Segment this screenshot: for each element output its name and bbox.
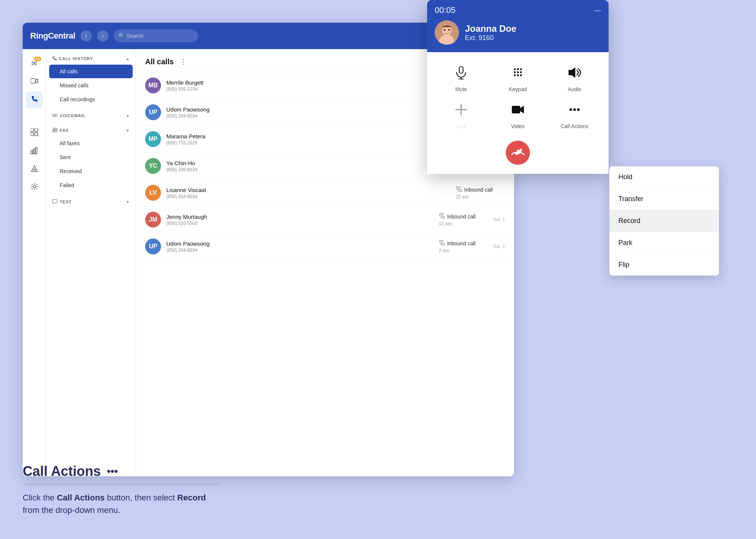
table-row[interactable]: UP Udom Paowsong (650) 204-8034 Inbound … [136,233,514,260]
voicemail-icon [52,113,57,118]
instruction-dots: ••• [107,465,118,477]
dropdown-record[interactable]: Record [609,210,719,232]
svg-point-31 [517,71,519,73]
call-popup: 00:05 — Joanna Doe Ext. 9160 [427,0,609,174]
app-logo: RingCentral [30,31,75,41]
call-actions-button[interactable]: Call Actions [548,100,601,129]
avatar: LV [145,185,161,201]
svg-rect-4 [31,133,34,136]
call-timer: 00:05 [435,5,455,15]
caller-ext: Ext. 9160 [465,34,516,42]
inbound-call-icon [456,186,462,194]
svg-marker-1 [36,79,38,83]
minimize-button[interactable]: — [594,6,601,14]
call-info: Ya Chin-Ho (650) 206-8034 [166,160,451,172]
svg-rect-6 [31,150,33,154]
video-action[interactable]: Video [491,100,544,129]
call-info: Udom Paowsong (650) 204-8034 [166,240,434,253]
keypad-action[interactable]: Keypad [491,63,544,92]
sidebar-section-call-history[interactable]: CALL HISTORY ▲ [46,49,136,64]
dropdown-flip[interactable]: Flip [609,254,719,276]
sidebar-item-failed[interactable]: Failed [49,178,133,192]
avatar: MB [145,77,161,93]
fax-chevron: ▼ [126,129,130,133]
svg-point-22 [444,29,446,31]
search-input[interactable] [114,29,198,42]
svg-point-41 [570,108,572,111]
sidebar-section-voicemail[interactable]: VOICEMAIL ▼ [46,107,136,121]
call-info: Marama Petera (650) 715-2025 [166,133,451,146]
nav-analytics[interactable] [26,143,43,160]
sidebar-section-fax[interactable]: FAX ▼ [46,121,136,136]
audio-action[interactable]: Audio [548,63,601,92]
avatar: MP [145,131,161,147]
more-options-button[interactable]: ⋮ [178,56,189,67]
table-row[interactable]: LV Lisanne Viscaal (650) 204-8034 Inboun… [136,180,514,206]
sidebar-item-received[interactable]: Received [49,164,133,178]
svg-rect-3 [35,129,38,132]
back-button[interactable]: ‹ [81,30,92,42]
svg-point-34 [517,74,519,76]
svg-point-35 [520,74,522,76]
nav-video[interactable] [26,73,43,90]
svg-point-10 [33,186,36,188]
call-type: Inbound call 22 sec [456,186,505,200]
text-chevron: ▼ [126,200,130,204]
add-label: Add [457,123,466,129]
nav-apps[interactable] [26,161,43,178]
svg-rect-17 [53,200,57,203]
mute-icon [451,63,471,82]
instruction-title: Call Actions ••• [23,463,219,479]
end-call-button[interactable] [506,141,530,165]
voicemail-chevron: ▼ [126,114,130,118]
svg-point-12 [55,114,57,116]
mute-action[interactable]: Mute [435,63,488,92]
nav-settings[interactable] [26,179,43,196]
call-history-chevron: ▲ [126,57,130,61]
keypad-icon [508,63,528,82]
fax-icon [52,128,57,133]
avatar: YC [145,158,161,174]
instruction-divider [23,484,219,485]
avatar: UP [145,104,161,120]
audio-label: Audio [568,86,581,92]
sidebar-item-missed-calls[interactable]: Missed calls [49,79,133,92]
svg-point-29 [520,68,522,70]
dropdown-transfer[interactable]: Transfer [609,188,719,210]
sidebar-item-call-recordings[interactable]: Call recordings [49,93,133,106]
caller-avatar [435,20,459,45]
forward-button[interactable]: › [97,30,108,42]
svg-rect-8 [36,147,37,154]
dropdown-park[interactable]: Park [609,232,719,254]
caller-info: Joanna Doe Ext. 9160 [427,20,609,52]
inbound-call-icon [439,213,445,220]
sidebar-item-all-calls[interactable]: All calls [49,65,133,78]
svg-rect-5 [35,133,38,136]
call-type: Inbound call 12 sec [439,213,488,226]
call-info: Udom Paowsong (650) 204-8034 [166,106,451,119]
nav-phone[interactable] [26,91,43,108]
sidebar-item-all-faxes[interactable]: All faxes [49,136,133,150]
add-action[interactable]: Add [435,100,488,129]
table-row[interactable]: JM Jenny Murtaugh (650) 520-5500 Inbound… [136,206,514,233]
sidebar-item-sent[interactable]: Sent [49,150,133,164]
video-label: Video [511,123,525,129]
call-info: Merrile Burgett (650) 555-1234 [166,79,451,92]
svg-rect-7 [33,149,35,154]
nav-contacts[interactable] [26,125,43,141]
analytics-icon [31,147,38,156]
keypad-label: Keypad [509,86,527,92]
call-actions-grid: Mute Keypad [427,52,609,137]
svg-rect-16 [53,130,56,132]
svg-point-11 [52,114,54,116]
nav-messages[interactable]: ✉ 64 [26,55,43,72]
mute-label: Mute [455,86,467,92]
svg-point-30 [514,71,516,73]
dropdown-hold[interactable]: Hold [609,166,719,188]
sidebar: CALL HISTORY ▲ All calls Missed calls Ca… [46,49,136,476]
sidebar-section-text[interactable]: TEXT ▼ [46,192,136,208]
svg-point-43 [577,108,580,111]
svg-rect-0 [31,79,36,83]
dropdown-menu: Hold Transfer Record Park Flip [609,166,719,276]
inbound-call-icon [439,240,445,247]
